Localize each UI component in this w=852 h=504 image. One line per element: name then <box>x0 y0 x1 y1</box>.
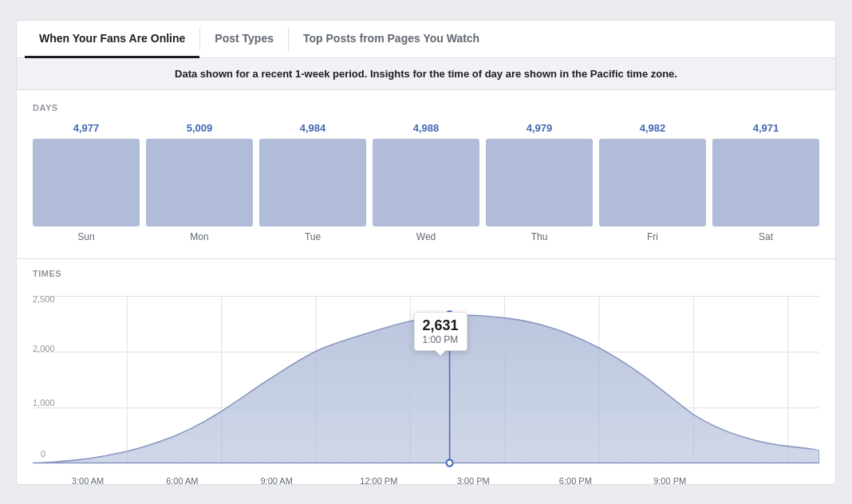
days-section: DAYS 4,977Sun5,009Mon4,984Tue4,988Wed4,9… <box>17 90 835 258</box>
day-name: Wed <box>416 231 436 242</box>
tab-post-types[interactable]: Post Types <box>200 21 288 58</box>
day-count: 4,979 <box>527 122 553 134</box>
day-column-mon: 5,009Mon <box>146 122 253 242</box>
day-bar <box>599 139 706 226</box>
x-label-6am: 6:00 AM <box>166 476 198 485</box>
day-name: Sat <box>759 231 773 242</box>
tab-fans-online[interactable]: When Your Fans Are Online <box>25 21 199 58</box>
day-name: Mon <box>190 231 208 242</box>
chart-area: 2,500 2,000 1,000 0 3:00 AM 6:00 AM 9:00… <box>33 288 819 471</box>
x-label-3am: 3:00 AM <box>72 476 104 485</box>
day-count: 4,982 <box>640 122 666 134</box>
day-count: 4,971 <box>753 122 779 134</box>
y-label-1000: 1,000 <box>33 398 55 408</box>
info-bar: Data shown for a recent 1-week period. I… <box>17 58 835 90</box>
times-section: TIMES <box>17 258 835 484</box>
y-label-2000: 2,000 <box>33 344 55 353</box>
x-label-9pm: 9:00 PM <box>653 476 686 485</box>
y-label-0: 0 <box>41 449 45 459</box>
day-name: Sun <box>77 231 94 242</box>
day-name: Tue <box>305 231 321 242</box>
day-column-fri: 4,982Fri <box>599 122 706 242</box>
days-grid: 4,977Sun5,009Mon4,984Tue4,988Wed4,979Thu… <box>33 122 819 242</box>
day-column-tue: 4,984Tue <box>259 122 366 242</box>
day-count: 5,009 <box>187 122 213 134</box>
x-label-3pm: 3:00 PM <box>457 476 490 485</box>
day-name: Thu <box>531 231 548 242</box>
times-chart <box>33 288 819 471</box>
day-bar <box>486 139 593 226</box>
day-bar <box>146 139 253 226</box>
insights-card: When Your Fans Are Online Post Types Top… <box>16 20 836 485</box>
day-column-wed: 4,988Wed <box>373 122 479 242</box>
x-label-6pm: 6:00 PM <box>559 476 592 485</box>
day-count: 4,984 <box>300 122 326 134</box>
x-label-12pm: 12:00 PM <box>360 476 397 485</box>
day-bar <box>373 139 479 226</box>
days-label: DAYS <box>33 103 819 112</box>
tab-top-posts[interactable]: Top Posts from Pages You Watch <box>289 21 494 58</box>
times-label: TIMES <box>33 269 819 278</box>
day-bar <box>712 139 819 226</box>
tab-bar: When Your Fans Are Online Post Types Top… <box>17 21 835 58</box>
x-label-9am: 9:00 AM <box>260 476 292 485</box>
day-count: 4,977 <box>73 122 100 134</box>
y-label-2500: 2,500 <box>33 294 55 304</box>
day-bar <box>259 139 366 226</box>
day-count: 4,988 <box>413 122 440 134</box>
day-column-sun: 4,977Sun <box>33 122 140 242</box>
day-name: Fri <box>647 231 658 242</box>
day-column-sat: 4,971Sat <box>712 122 819 242</box>
day-bar <box>33 139 140 226</box>
day-column-thu: 4,979Thu <box>486 122 593 242</box>
svg-point-14 <box>447 459 453 466</box>
svg-point-13 <box>446 311 454 319</box>
